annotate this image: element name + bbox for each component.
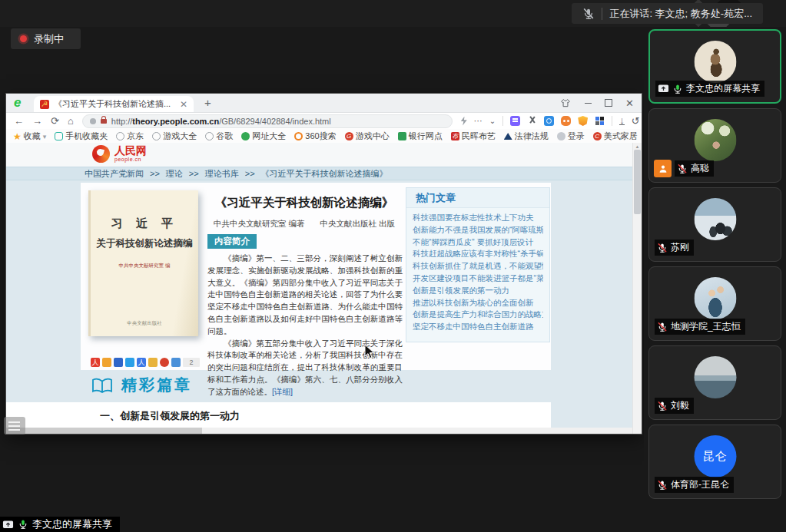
share-icon[interactable]: 人 [137,358,146,367]
share-icon[interactable] [114,358,123,367]
share-icon[interactable] [171,358,181,367]
horizontal-scrollbar[interactable] [6,428,632,434]
bookmark-item[interactable]: 360搜索 [294,131,336,142]
dropdown-chevron-icon[interactable]: ⌄ [489,117,496,125]
scrollbar-thumb[interactable] [6,428,202,434]
hot-article-link[interactable]: 推进以科技创新为核心的全面创新 [413,297,543,309]
share-buttons-row: 人 人 2 [91,358,200,367]
hot-article-link[interactable]: 开发区建设项目不能装进篮子都是“菜” [413,273,543,285]
video-tile[interactable]: 苏刚 [648,187,781,262]
article-title: 《习近平关于科技创新论述摘编》 [206,195,403,211]
breadcrumb: 中国共产党新闻 >> 理论 >> 理论书库 >> 《习近平关于科技创新论述摘编》 [6,167,632,180]
close-button[interactable]: ✕ [625,97,634,109]
recording-badge[interactable]: 录制中 [11,28,81,49]
participant-name: 李文忠的屏幕共享 [686,82,760,95]
browser-tab[interactable]: ☭ 《习近平关于科技创新论述摘... ✕ [34,96,194,112]
video-tile[interactable]: 地测学院_王志恒 [648,266,781,341]
favorites-button[interactable]: ★ 收藏 ▾ [13,131,46,142]
peoples-daily-logo[interactable]: 人民网 people.cn [92,145,147,163]
video-tile[interactable]: 昆仑 体育部-王昆仑 [648,425,781,499]
360-favicon [294,132,303,140]
game-extension-icon[interactable] [561,116,571,126]
scrollbar-thumb[interactable] [634,150,641,214]
security-shield-icon[interactable] [578,116,588,126]
restore-button[interactable] [605,99,612,107]
hot-article-link[interactable]: 创新能力不强是我国发展的“阿喀琉斯之踵” [413,224,543,236]
home-button[interactable]: ⌂ [68,115,74,127]
share-icon[interactable] [125,358,134,367]
browser-tab-bar: e ☭ 《习近平关于科技创新论述摘... ✕ + ✕ [6,94,642,113]
apps-grid-icon[interactable] [595,116,605,126]
site-favicon [90,118,96,124]
home-store-favicon: C [593,132,602,140]
hot-article-link[interactable]: 创新是引领发展的第一动力 [413,285,543,297]
browser-logo-icon[interactable]: e [14,95,21,111]
participant-label: 苏刚 [655,240,694,256]
bookmark-item[interactable]: 登录 [557,131,585,142]
site-name: 人民网 [114,146,147,157]
hot-article-link[interactable]: 创新是提高生产力和综合国力的战略支撑 [413,309,543,321]
scroll-up-icon[interactable]: ▲ [633,143,642,149]
video-tile[interactable]: 高聪 [648,108,781,183]
chevron-down-icon: ▾ [43,133,47,140]
hot-article-link[interactable]: 科技强国要在标志性技术上下功夫 [413,212,543,224]
hot-article-link[interactable]: 科技赶超战略应该有非对称性“杀手锏” [413,248,543,260]
vertical-scrollbar[interactable]: ▲ [632,143,642,434]
breadcrumb-link[interactable]: 理论书库 [205,168,239,180]
bookmark-item[interactable]: 布民晖布艺 [451,131,496,142]
chapter-row[interactable]: 一、创新是引领发展的第一动力 [6,402,551,428]
refresh-button[interactable]: ⟳ [51,115,59,127]
share-icon[interactable]: 人 [91,358,100,367]
bookmark-item[interactable]: 银行网点 [398,131,443,142]
mic-muted-icon [657,243,668,253]
screen-share-status-label: 李文忠的屏幕共享 [0,517,120,532]
new-tab-button[interactable]: + [204,96,211,109]
tab-title: 《习近平关于科技创新论述摘... [54,98,175,110]
accelerator-icon[interactable] [461,117,467,126]
bookmark-item[interactable]: 手机收藏夹 [55,131,108,142]
bookmark-item[interactable]: 网址大全 [241,131,286,142]
skin-theme-icon[interactable] [559,97,572,108]
mic-muted-icon [677,164,688,174]
hot-article-link[interactable]: 坚定不移走中国特色自主创新道路 [413,321,543,333]
hot-article-link[interactable]: 科技创新抓住了就是机遇，不能观望懈怠 [413,260,543,273]
minimize-button[interactable] [585,102,592,104]
bookmark-item[interactable]: 游戏大全 [152,131,197,142]
forward-button[interactable]: → [32,115,42,127]
video-tile[interactable]: 刘毅 [648,345,781,420]
address-bar[interactable]: http://theory.people.com.cn/GB/68294/402… [82,114,453,128]
bookmark-item[interactable]: 法律法规 [504,131,549,142]
bookmark-item[interactable]: C美式家居 [593,131,638,142]
back-button[interactable]: ← [14,115,24,127]
article-summary: 《摘编》第一、二、三部分，深刻阐述了树立创新发展理念、实施创新驱动发展战略、加强… [207,253,403,398]
detail-link[interactable]: [详细] [272,387,293,396]
meeting-top-bar: 正在讲话: 李文忠; 教务处-苑宏... [0,0,786,27]
tab-close-icon[interactable]: ✕ [180,99,187,110]
bookmarks-bar: ★ 收藏 ▾ 手机收藏夹 京东 游戏大全 谷歌 网址大全 360搜索 G游戏中心… [6,129,642,144]
game-favicon: G [345,132,353,140]
history-back-icon[interactable]: ↺ [632,115,640,127]
sidebar-list-gadget[interactable] [4,417,25,435]
download-icon[interactable]: ↓ [619,117,625,125]
avatar [694,119,736,161]
breadcrumb-link[interactable]: 理论 [166,168,183,180]
speaking-label: 正在讲话: 李文忠; 教务处-苑宏... [609,7,752,21]
hot-article-link[interactable]: 不能“脚踩西瓜皮” 要抓好顶层设计 [413,236,543,249]
share-icon[interactable] [148,358,158,367]
bookmark-item[interactable]: G游戏中心 [345,131,390,142]
more-options-icon[interactable]: ⋯ [474,116,483,126]
video-tile-screen-share[interactable]: 李文忠的屏幕共享 [648,29,781,104]
share-icon[interactable] [102,358,111,367]
participant-name: 苏刚 [671,241,689,254]
share-icon[interactable] [160,358,169,367]
chapters-section-header: 精彩篇章 [91,375,192,395]
breadcrumb-current: 《习近平关于科技创新论述摘编》 [261,168,388,180]
speaking-indicator: 正在讲话: 李文忠; 教务处-苑宏... [572,3,763,24]
breadcrumb-link[interactable]: 中国共产党新闻 [85,168,144,180]
screenshot-extension-icon[interactable] [527,116,537,126]
bookmark-item[interactable]: 谷歌 [205,131,233,142]
recording-dot-icon [20,35,27,42]
search-extension-icon[interactable] [544,116,554,126]
bookmark-item[interactable]: 京东 [116,131,144,142]
translate-extension-icon[interactable] [510,116,520,126]
